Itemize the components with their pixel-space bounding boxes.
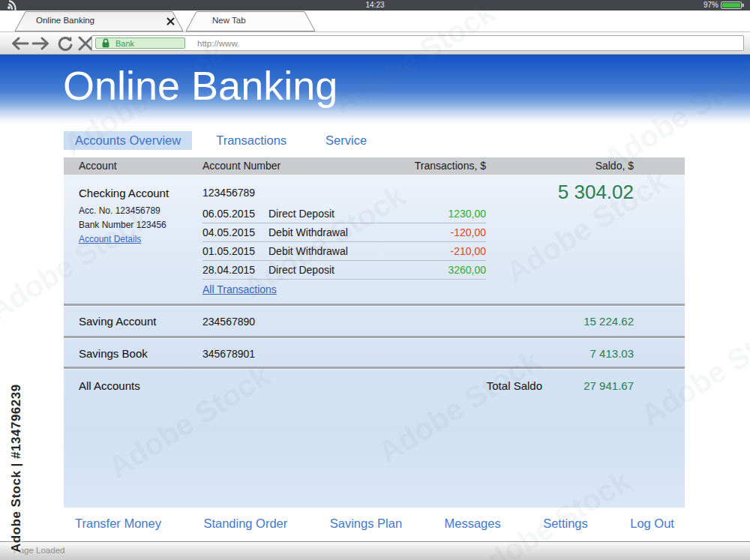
tab-new-tab[interactable]: New Tab bbox=[212, 16, 246, 25]
settings-link[interactable]: Settings bbox=[543, 517, 588, 531]
transaction-amount: -120,00 bbox=[451, 226, 486, 238]
tab-online-banking[interactable]: Online Banking bbox=[36, 16, 94, 25]
transaction-row: 06.05.2015 Direct Deposit 1230,00 bbox=[202, 205, 486, 223]
account-number: 345678901 bbox=[202, 348, 255, 360]
all-accounts-summary: All Accounts Total Saldo 27 941.67 bbox=[64, 369, 685, 508]
savings-book-row: Savings Book 345678901 7 413.03 bbox=[64, 338, 685, 367]
messages-link[interactable]: Messages bbox=[445, 517, 501, 531]
transactions-list: 06.05.2015 Direct Deposit 1230,00 04.05.… bbox=[202, 205, 486, 280]
account-number: 123456789 bbox=[202, 187, 255, 199]
tab-accounts-overview[interactable]: Accounts Overview bbox=[64, 131, 192, 150]
address-bar[interactable]: Bank http://www. bbox=[92, 35, 744, 51]
column-saldo: Saldo, $ bbox=[596, 157, 634, 175]
back-button[interactable] bbox=[9, 36, 30, 51]
saving-account-row: Saving Account 234567890 15 224.62 bbox=[64, 306, 685, 336]
column-account: Account bbox=[79, 157, 117, 175]
transaction-row: 28.04.2015 Direct Deposit 3260,00 bbox=[202, 261, 486, 280]
page-title: Online Banking bbox=[63, 62, 338, 109]
battery-percent: 97% bbox=[704, 1, 718, 9]
transaction-row: 04.05.2015 Debit Withdrawal -120,00 bbox=[202, 223, 486, 242]
reload-button[interactable] bbox=[57, 36, 78, 51]
savings-plan-link[interactable]: Savings Plan bbox=[330, 517, 402, 531]
section-nav: Accounts Overview Transactions Service bbox=[64, 131, 367, 150]
clock-time: 14:23 bbox=[0, 1, 750, 9]
url-text: http://www. bbox=[197, 39, 239, 48]
account-bank-number: Bank Number 123456 bbox=[79, 220, 166, 230]
browser-tab-bar: Online Banking New Tab bbox=[0, 10, 750, 31]
system-bar: 14:23 97% bbox=[0, 0, 750, 10]
site-badge-label: Bank bbox=[116, 39, 134, 48]
checking-account-section: Checking Account Acc. No. 123456789 Bank… bbox=[64, 175, 685, 304]
battery-icon bbox=[721, 1, 744, 9]
total-saldo-label: Total Saldo bbox=[487, 379, 542, 392]
account-acc-no: Acc. No. 123456789 bbox=[79, 205, 160, 216]
site-security-badge[interactable]: Bank bbox=[95, 37, 185, 49]
account-saldo: 15 224.62 bbox=[584, 315, 634, 328]
transaction-amount: 1230,00 bbox=[448, 208, 486, 220]
column-transactions: Transactions, $ bbox=[415, 157, 486, 175]
accounts-panel: Account Account Number Transactions, $ S… bbox=[64, 157, 685, 508]
status-text: Page Loaded bbox=[14, 546, 64, 555]
account-name: Checking Account bbox=[79, 187, 169, 199]
browser-toolbar: Bank http://www. bbox=[0, 31, 750, 55]
transaction-desc: Direct Deposit bbox=[268, 208, 448, 220]
transaction-date: 01.05.2015 bbox=[202, 245, 268, 257]
tab-transactions[interactable]: Transactions bbox=[216, 133, 286, 148]
footer-nav: Transfer Money Standing Order Savings Pl… bbox=[75, 517, 674, 531]
all-transactions-link[interactable]: All Transactions bbox=[202, 283, 277, 295]
transaction-desc: Direct Deposit bbox=[268, 264, 448, 276]
forward-button[interactable] bbox=[32, 36, 52, 51]
transaction-row: 01.05.2015 Debit Withdrawal -210,00 bbox=[202, 242, 486, 261]
table-header: Account Account Number Transactions, $ S… bbox=[64, 157, 685, 175]
log-out-link[interactable]: Log Out bbox=[630, 517, 674, 531]
transaction-desc: Debit Withdrawal bbox=[268, 226, 451, 238]
transaction-desc: Debit Withdrawal bbox=[268, 245, 451, 257]
transaction-date: 04.05.2015 bbox=[202, 226, 268, 238]
standing-order-link[interactable]: Standing Order bbox=[203, 517, 287, 531]
transaction-amount: -210,00 bbox=[451, 245, 486, 257]
account-details-link[interactable]: Account Details bbox=[79, 234, 141, 244]
page-header: Online Banking bbox=[0, 55, 750, 125]
account-name: Savings Book bbox=[79, 347, 148, 360]
tab-shapes bbox=[0, 10, 750, 31]
tab-close-icon[interactable] bbox=[165, 16, 176, 27]
stock-watermark-id: Adobe Stock | #134796239 bbox=[9, 384, 24, 553]
account-saldo: 7 413.03 bbox=[590, 347, 634, 360]
transaction-date: 06.05.2015 bbox=[202, 208, 268, 220]
column-account-number: Account Number bbox=[202, 157, 280, 175]
transaction-amount: 3260,00 bbox=[448, 264, 486, 276]
tab-service[interactable]: Service bbox=[326, 133, 367, 148]
transaction-date: 28.04.2015 bbox=[202, 264, 268, 276]
account-saldo: 5 304.02 bbox=[558, 181, 634, 204]
lock-icon bbox=[101, 38, 110, 48]
browser-status-bar: Page Loaded bbox=[0, 541, 750, 560]
transfer-money-link[interactable]: Transfer Money bbox=[75, 517, 161, 531]
account-name: Saving Account bbox=[79, 315, 156, 328]
total-saldo-value: 27 941.67 bbox=[584, 379, 634, 392]
account-number: 234567890 bbox=[202, 316, 255, 328]
summary-label: All Accounts bbox=[79, 379, 140, 392]
